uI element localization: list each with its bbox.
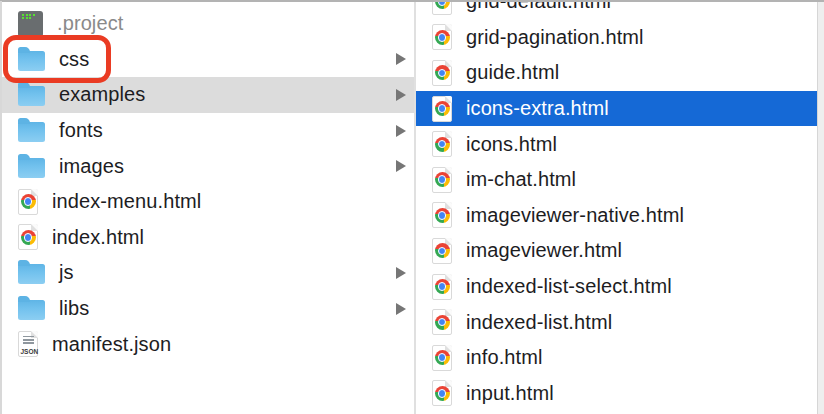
chrome-logo-icon — [435, 172, 450, 187]
chrome-logo-icon — [435, 350, 450, 365]
file-label: index-menu.html — [52, 190, 201, 213]
folder-icon — [18, 300, 45, 320]
chrome-logo-icon — [435, 243, 450, 258]
chrome-html-file-icon — [432, 309, 452, 335]
folder-label: images — [59, 155, 124, 178]
file-row-imageviewer[interactable]: imageviewer.html — [416, 233, 817, 269]
file-row-guide[interactable]: guide.html — [416, 55, 817, 91]
column-divider — [414, 2, 416, 414]
file-row-info[interactable]: info.html — [416, 340, 817, 376]
folder-label: js — [59, 261, 74, 284]
column-parent-folder: .project css examples fonts images — [2, 2, 414, 414]
folder-icon — [18, 51, 45, 71]
folder-label: fonts — [59, 119, 103, 142]
chrome-logo-icon — [435, 208, 450, 223]
file-row-grid-pagination[interactable]: grid-pagination.html — [416, 20, 817, 56]
chrome-html-file-icon — [432, 274, 452, 300]
file-label: guide.html — [466, 61, 559, 84]
chrome-html-file-icon — [432, 345, 452, 371]
file-label: icons-extra.html — [466, 97, 609, 120]
disclosure-triangle-icon — [396, 303, 406, 315]
file-label: im-chat.html — [466, 168, 576, 191]
file-row-project[interactable]: .project — [2, 6, 414, 42]
file-label: manifest.json — [52, 333, 171, 356]
folder-icon — [18, 122, 45, 142]
file-row-index[interactable]: index.html — [2, 220, 414, 256]
exec-dots-decoration — [22, 14, 36, 16]
chrome-logo-icon — [21, 230, 36, 245]
file-row-grid-default[interactable]: grid-default.html — [416, 0, 817, 20]
file-label: input.html — [466, 382, 554, 405]
file-row-im-chat[interactable]: im-chat.html — [416, 162, 817, 198]
window-top-border — [0, 0, 824, 2]
file-label: index.html — [52, 226, 144, 249]
disclosure-triangle-icon — [396, 53, 406, 65]
chrome-logo-icon — [21, 194, 36, 209]
window-right-edge — [817, 1, 824, 414]
chrome-html-file-icon — [432, 24, 452, 50]
chrome-logo-icon — [435, 101, 450, 116]
folder-row-images[interactable]: images — [2, 148, 414, 184]
json-badge-label: JSON — [21, 348, 39, 355]
folder-icon — [18, 86, 45, 106]
file-row-indexed-list[interactable]: indexed-list.html — [416, 304, 817, 340]
chrome-html-file-icon — [432, 0, 452, 15]
file-row-icons[interactable]: icons.html — [416, 126, 817, 162]
chrome-html-file-icon — [18, 224, 38, 250]
chrome-logo-icon — [435, 386, 450, 401]
file-row-manifest[interactable]: JSON manifest.json — [2, 326, 414, 362]
finder-column-view: .project css examples fonts images — [0, 0, 824, 414]
unix-executable-icon — [18, 11, 43, 37]
file-label: indexed-list-select.html — [466, 275, 672, 298]
right-column-rows: grid-default.html grid-pagination.html g… — [416, 0, 817, 411]
document-lines-decoration — [23, 336, 34, 345]
file-row-indexed-list-select[interactable]: indexed-list-select.html — [416, 269, 817, 305]
file-row-input[interactable]: input.html — [416, 376, 817, 412]
chrome-html-file-icon — [18, 189, 38, 215]
chrome-html-file-icon — [432, 238, 452, 264]
disclosure-triangle-icon — [396, 89, 406, 101]
chrome-logo-icon — [435, 30, 450, 45]
chrome-html-file-icon — [432, 167, 452, 193]
chrome-logo-icon — [435, 65, 450, 80]
chrome-logo-icon — [435, 315, 450, 330]
chrome-html-file-icon — [432, 380, 452, 406]
file-label: imageviewer-native.html — [466, 204, 684, 227]
folder-row-js[interactable]: js — [2, 255, 414, 291]
folder-label: css — [59, 48, 89, 71]
window-left-border — [0, 1, 2, 414]
chrome-html-file-icon — [432, 60, 452, 86]
file-label: info.html — [466, 346, 543, 369]
folder-row-libs[interactable]: libs — [2, 291, 414, 327]
file-label: indexed-list.html — [466, 311, 612, 334]
chrome-logo-icon — [435, 279, 450, 294]
folder-row-fonts[interactable]: fonts — [2, 113, 414, 149]
folder-icon — [18, 264, 45, 284]
folder-label: examples — [59, 83, 145, 106]
left-column-rows: .project css examples fonts images — [2, 6, 414, 362]
chrome-logo-icon — [435, 137, 450, 152]
file-row-index-menu[interactable]: index-menu.html — [2, 184, 414, 220]
disclosure-triangle-icon — [396, 125, 406, 137]
json-file-icon: JSON — [18, 331, 38, 357]
file-label: grid-pagination.html — [466, 26, 644, 49]
chrome-html-file-icon — [432, 96, 452, 122]
folder-icon — [18, 158, 45, 178]
folder-label: libs — [59, 297, 89, 320]
disclosure-triangle-icon — [396, 267, 406, 279]
file-label: icons.html — [466, 133, 557, 156]
file-label: imageviewer.html — [466, 239, 622, 262]
chrome-html-file-icon — [432, 131, 452, 157]
file-row-imageviewer-native[interactable]: imageviewer-native.html — [416, 198, 817, 234]
disclosure-triangle-icon — [396, 160, 406, 172]
column-examples-folder: grid-default.html grid-pagination.html g… — [416, 2, 817, 414]
chrome-html-file-icon — [432, 202, 452, 228]
file-row-icons-extra-selected[interactable]: icons-extra.html — [416, 91, 817, 127]
folder-row-examples[interactable]: examples — [2, 77, 414, 113]
file-label: .project — [57, 12, 123, 35]
folder-row-css[interactable]: css — [2, 42, 414, 78]
